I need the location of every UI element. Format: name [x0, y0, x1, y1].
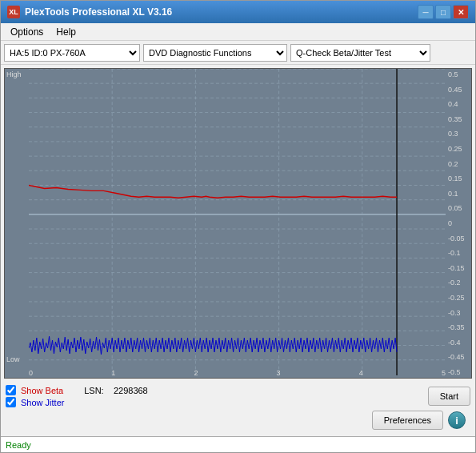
status-footer: Ready	[1, 436, 475, 452]
show-jitter-row: Show Jitter	[6, 397, 148, 407]
minimize-button[interactable]: ─	[418, 5, 434, 19]
toolbar: HA:5 ID:0 PX-760A DVD Diagnostic Functio…	[1, 41, 475, 65]
y-axis-right: 0.5 0.45 0.4 0.35 0.3 0.25 0.2 0.15 0.1 …	[446, 69, 471, 378]
chart-svg	[29, 69, 446, 375]
function-select[interactable]: DVD Diagnostic Functions	[143, 44, 287, 62]
show-beta-label: Show Beta	[21, 386, 63, 395]
show-jitter-checkbox[interactable]	[6, 397, 16, 407]
show-beta-checkbox[interactable]	[6, 385, 16, 395]
close-button[interactable]: ✕	[453, 5, 469, 19]
main-window: XL PlexTools Professional XL V3.16 ─ □ ✕…	[0, 0, 476, 453]
start-button[interactable]: Start	[428, 387, 470, 406]
show-beta-row: Show Beta LSN: 2298368	[6, 385, 148, 395]
test-select[interactable]: Q-Check Beta/Jitter Test	[290, 44, 430, 62]
app-icon: XL	[7, 6, 20, 18]
checkboxes: Show Beta LSN: 2298368 Show Jitter	[6, 385, 148, 407]
beta-line	[29, 185, 397, 198]
info-icon[interactable]: i	[448, 411, 466, 429]
show-jitter-label: Show Jitter	[21, 398, 64, 407]
menu-help[interactable]: Help	[50, 25, 82, 39]
chart-area: High Low 0.5 0.45 0.4 0.35 0.3 0.25 0.2 …	[4, 68, 472, 379]
title-controls: ─ □ ✕	[418, 5, 469, 19]
lsn-label: LSN:	[84, 386, 103, 395]
menu-options[interactable]: Options	[4, 25, 50, 39]
title-bar-left: XL PlexTools Professional XL V3.16	[7, 6, 172, 18]
controls-area: Show Beta LSN: 2298368 Show Jitter Start…	[1, 382, 475, 436]
y-high-label: High	[6, 70, 22, 78]
menu-bar: Options Help	[1, 23, 475, 41]
drive-select[interactable]: HA:5 ID:0 PX-760A	[4, 44, 140, 62]
y-low-label: Low	[6, 355, 20, 363]
lsn-value: 2298368	[114, 386, 148, 395]
window-title: PlexTools Professional XL V3.16	[25, 6, 172, 18]
preferences-button[interactable]: Preferences	[372, 411, 443, 430]
bottom-row: Preferences i	[6, 409, 470, 433]
status-text: Ready	[6, 440, 31, 450]
maximize-button[interactable]: □	[435, 5, 451, 19]
x-axis: 0 1 2 3 4 5	[29, 365, 446, 378]
title-bar: XL PlexTools Professional XL V3.16 ─ □ ✕	[1, 1, 475, 23]
lsn-info: LSN: 2298368	[84, 386, 148, 395]
